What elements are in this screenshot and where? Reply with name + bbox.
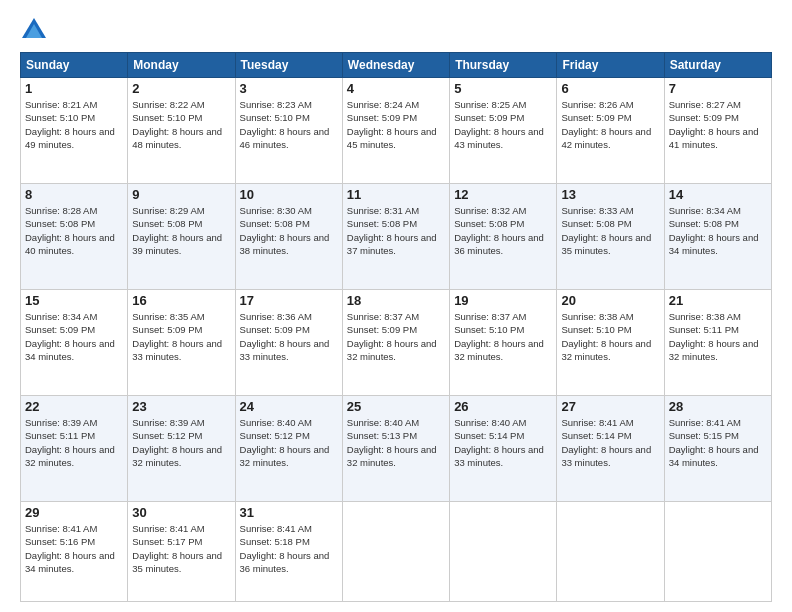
calendar-day-header: Wednesday [342, 53, 449, 78]
day-number: 13 [561, 187, 659, 202]
day-number: 23 [132, 399, 230, 414]
day-info: Sunrise: 8:34 AMSunset: 5:08 PMDaylight:… [669, 204, 767, 257]
calendar-day-cell: 4Sunrise: 8:24 AMSunset: 5:09 PMDaylight… [342, 78, 449, 184]
day-info: Sunrise: 8:25 AMSunset: 5:09 PMDaylight:… [454, 98, 552, 151]
day-number: 22 [25, 399, 123, 414]
calendar-day-header: Friday [557, 53, 664, 78]
day-info: Sunrise: 8:37 AMSunset: 5:09 PMDaylight:… [347, 310, 445, 363]
calendar-day-cell: 21Sunrise: 8:38 AMSunset: 5:11 PMDayligh… [664, 290, 771, 396]
day-number: 30 [132, 505, 230, 520]
day-info: Sunrise: 8:30 AMSunset: 5:08 PMDaylight:… [240, 204, 338, 257]
day-number: 26 [454, 399, 552, 414]
day-number: 7 [669, 81, 767, 96]
day-number: 10 [240, 187, 338, 202]
calendar-day-cell: 11Sunrise: 8:31 AMSunset: 5:08 PMDayligh… [342, 184, 449, 290]
day-info: Sunrise: 8:38 AMSunset: 5:10 PMDaylight:… [561, 310, 659, 363]
calendar-day-cell: 30Sunrise: 8:41 AMSunset: 5:17 PMDayligh… [128, 502, 235, 602]
calendar-day-cell: 12Sunrise: 8:32 AMSunset: 5:08 PMDayligh… [450, 184, 557, 290]
calendar-day-cell: 8Sunrise: 8:28 AMSunset: 5:08 PMDaylight… [21, 184, 128, 290]
calendar-day-cell: 3Sunrise: 8:23 AMSunset: 5:10 PMDaylight… [235, 78, 342, 184]
day-number: 17 [240, 293, 338, 308]
calendar-table: SundayMondayTuesdayWednesdayThursdayFrid… [20, 52, 772, 602]
day-info: Sunrise: 8:22 AMSunset: 5:10 PMDaylight:… [132, 98, 230, 151]
day-info: Sunrise: 8:39 AMSunset: 5:12 PMDaylight:… [132, 416, 230, 469]
calendar-day-cell: 29Sunrise: 8:41 AMSunset: 5:16 PMDayligh… [21, 502, 128, 602]
calendar-day-cell: 6Sunrise: 8:26 AMSunset: 5:09 PMDaylight… [557, 78, 664, 184]
logo [20, 16, 52, 44]
day-number: 9 [132, 187, 230, 202]
calendar-day-cell: 24Sunrise: 8:40 AMSunset: 5:12 PMDayligh… [235, 396, 342, 502]
calendar-day-header: Tuesday [235, 53, 342, 78]
day-info: Sunrise: 8:27 AMSunset: 5:09 PMDaylight:… [669, 98, 767, 151]
page: SundayMondayTuesdayWednesdayThursdayFrid… [0, 0, 792, 612]
day-info: Sunrise: 8:41 AMSunset: 5:17 PMDaylight:… [132, 522, 230, 575]
day-info: Sunrise: 8:39 AMSunset: 5:11 PMDaylight:… [25, 416, 123, 469]
calendar-day-cell [557, 502, 664, 602]
calendar-week-row: 22Sunrise: 8:39 AMSunset: 5:11 PMDayligh… [21, 396, 772, 502]
calendar-day-cell: 22Sunrise: 8:39 AMSunset: 5:11 PMDayligh… [21, 396, 128, 502]
day-info: Sunrise: 8:41 AMSunset: 5:14 PMDaylight:… [561, 416, 659, 469]
day-number: 6 [561, 81, 659, 96]
day-info: Sunrise: 8:40 AMSunset: 5:12 PMDaylight:… [240, 416, 338, 469]
day-info: Sunrise: 8:23 AMSunset: 5:10 PMDaylight:… [240, 98, 338, 151]
day-number: 15 [25, 293, 123, 308]
day-info: Sunrise: 8:31 AMSunset: 5:08 PMDaylight:… [347, 204, 445, 257]
day-number: 8 [25, 187, 123, 202]
calendar-day-cell: 2Sunrise: 8:22 AMSunset: 5:10 PMDaylight… [128, 78, 235, 184]
calendar-day-cell: 5Sunrise: 8:25 AMSunset: 5:09 PMDaylight… [450, 78, 557, 184]
calendar-day-cell: 26Sunrise: 8:40 AMSunset: 5:14 PMDayligh… [450, 396, 557, 502]
calendar-week-row: 8Sunrise: 8:28 AMSunset: 5:08 PMDaylight… [21, 184, 772, 290]
calendar-day-cell [450, 502, 557, 602]
day-number: 20 [561, 293, 659, 308]
day-info: Sunrise: 8:21 AMSunset: 5:10 PMDaylight:… [25, 98, 123, 151]
calendar-day-cell: 27Sunrise: 8:41 AMSunset: 5:14 PMDayligh… [557, 396, 664, 502]
calendar-day-cell: 10Sunrise: 8:30 AMSunset: 5:08 PMDayligh… [235, 184, 342, 290]
calendar-day-cell: 23Sunrise: 8:39 AMSunset: 5:12 PMDayligh… [128, 396, 235, 502]
day-info: Sunrise: 8:32 AMSunset: 5:08 PMDaylight:… [454, 204, 552, 257]
day-number: 4 [347, 81, 445, 96]
day-number: 1 [25, 81, 123, 96]
day-info: Sunrise: 8:41 AMSunset: 5:15 PMDaylight:… [669, 416, 767, 469]
calendar-week-row: 29Sunrise: 8:41 AMSunset: 5:16 PMDayligh… [21, 502, 772, 602]
day-number: 11 [347, 187, 445, 202]
calendar-week-row: 1Sunrise: 8:21 AMSunset: 5:10 PMDaylight… [21, 78, 772, 184]
day-info: Sunrise: 8:38 AMSunset: 5:11 PMDaylight:… [669, 310, 767, 363]
calendar-week-row: 15Sunrise: 8:34 AMSunset: 5:09 PMDayligh… [21, 290, 772, 396]
day-number: 19 [454, 293, 552, 308]
day-info: Sunrise: 8:40 AMSunset: 5:14 PMDaylight:… [454, 416, 552, 469]
day-info: Sunrise: 8:29 AMSunset: 5:08 PMDaylight:… [132, 204, 230, 257]
day-number: 3 [240, 81, 338, 96]
day-number: 27 [561, 399, 659, 414]
day-info: Sunrise: 8:33 AMSunset: 5:08 PMDaylight:… [561, 204, 659, 257]
calendar-day-cell: 15Sunrise: 8:34 AMSunset: 5:09 PMDayligh… [21, 290, 128, 396]
calendar-day-cell: 13Sunrise: 8:33 AMSunset: 5:08 PMDayligh… [557, 184, 664, 290]
day-info: Sunrise: 8:40 AMSunset: 5:13 PMDaylight:… [347, 416, 445, 469]
day-info: Sunrise: 8:24 AMSunset: 5:09 PMDaylight:… [347, 98, 445, 151]
calendar-day-cell: 25Sunrise: 8:40 AMSunset: 5:13 PMDayligh… [342, 396, 449, 502]
day-number: 12 [454, 187, 552, 202]
calendar-day-cell: 14Sunrise: 8:34 AMSunset: 5:08 PMDayligh… [664, 184, 771, 290]
day-number: 18 [347, 293, 445, 308]
day-info: Sunrise: 8:28 AMSunset: 5:08 PMDaylight:… [25, 204, 123, 257]
day-info: Sunrise: 8:36 AMSunset: 5:09 PMDaylight:… [240, 310, 338, 363]
calendar-day-cell: 18Sunrise: 8:37 AMSunset: 5:09 PMDayligh… [342, 290, 449, 396]
calendar-day-cell: 9Sunrise: 8:29 AMSunset: 5:08 PMDaylight… [128, 184, 235, 290]
day-info: Sunrise: 8:34 AMSunset: 5:09 PMDaylight:… [25, 310, 123, 363]
day-number: 16 [132, 293, 230, 308]
day-number: 28 [669, 399, 767, 414]
calendar-day-cell: 1Sunrise: 8:21 AMSunset: 5:10 PMDaylight… [21, 78, 128, 184]
calendar-day-cell [664, 502, 771, 602]
calendar-day-header: Monday [128, 53, 235, 78]
day-info: Sunrise: 8:41 AMSunset: 5:16 PMDaylight:… [25, 522, 123, 575]
calendar-day-cell: 17Sunrise: 8:36 AMSunset: 5:09 PMDayligh… [235, 290, 342, 396]
day-number: 2 [132, 81, 230, 96]
logo-icon [20, 16, 48, 44]
day-number: 24 [240, 399, 338, 414]
calendar-day-header: Saturday [664, 53, 771, 78]
day-info: Sunrise: 8:37 AMSunset: 5:10 PMDaylight:… [454, 310, 552, 363]
calendar-day-cell: 16Sunrise: 8:35 AMSunset: 5:09 PMDayligh… [128, 290, 235, 396]
day-info: Sunrise: 8:41 AMSunset: 5:18 PMDaylight:… [240, 522, 338, 575]
day-number: 5 [454, 81, 552, 96]
calendar-day-cell: 20Sunrise: 8:38 AMSunset: 5:10 PMDayligh… [557, 290, 664, 396]
calendar-day-cell [342, 502, 449, 602]
